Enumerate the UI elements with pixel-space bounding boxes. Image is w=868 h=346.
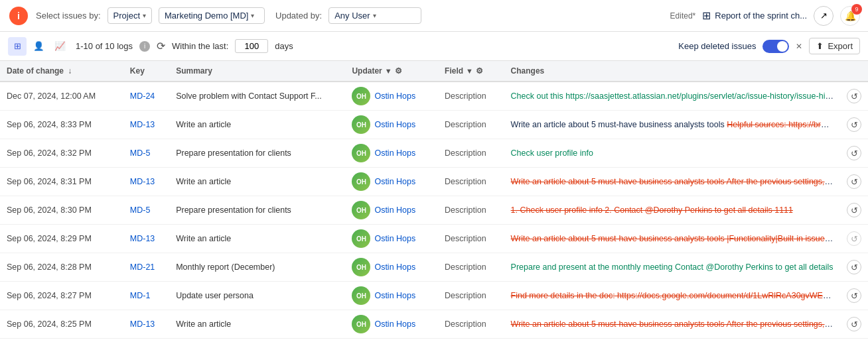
cell-updater: OHOstin Hops bbox=[345, 310, 438, 339]
project-dropdown[interactable]: Project ▾ bbox=[108, 7, 152, 24]
cell-action: ↺ bbox=[840, 282, 868, 310]
report-label: Report of the sprint ch... bbox=[715, 11, 807, 21]
notifications-button[interactable]: 🔔 9 bbox=[840, 6, 860, 26]
updater-name[interactable]: Ostin Hops bbox=[374, 148, 415, 158]
updated-by-value: Any User bbox=[334, 11, 370, 21]
cell-key[interactable]: MD-5 bbox=[123, 196, 169, 225]
svg-text:i: i bbox=[17, 11, 20, 21]
cell-summary: Monthly report (December) bbox=[169, 253, 345, 282]
cell-changes: Write an article about 5 must-have busin… bbox=[504, 168, 840, 196]
sort-down-icon[interactable]: ↓ bbox=[68, 66, 72, 76]
table-row: Sep 06, 2024, 8:27 PMMD-1Update user per… bbox=[0, 282, 868, 310]
share-button[interactable]: ↗ bbox=[814, 6, 833, 26]
keep-deleted-label: Keep deleted issues bbox=[678, 41, 756, 51]
updater-name[interactable]: Ostin Hops bbox=[374, 291, 415, 300]
within-label: Within the last: bbox=[172, 41, 228, 51]
cell-summary: Update user persona bbox=[169, 282, 345, 310]
avatar: OH bbox=[352, 229, 370, 248]
updated-by-chevron-icon: ▾ bbox=[373, 12, 376, 19]
chart-view-button[interactable]: 📈 bbox=[50, 37, 69, 56]
toggle-thumb bbox=[777, 41, 788, 52]
cell-date: Sep 06, 2024, 8:29 PM bbox=[0, 225, 123, 253]
cell-field: Description bbox=[438, 225, 504, 253]
col-date: Date of change ↓ bbox=[0, 61, 123, 82]
cell-key[interactable]: MD-1 bbox=[123, 282, 169, 310]
col-key: Key bbox=[123, 61, 169, 82]
cell-field: Description bbox=[438, 82, 504, 111]
updater-name[interactable]: Ostin Hops bbox=[374, 319, 415, 329]
cell-action: ↺ bbox=[840, 253, 868, 282]
cell-date: Sep 06, 2024, 8:25 PM bbox=[0, 310, 123, 339]
col-date-label: Date of change bbox=[7, 66, 64, 76]
settings-icon[interactable]: ⚙ bbox=[395, 66, 402, 76]
updater-name[interactable]: Ostin Hops bbox=[374, 91, 415, 101]
cell-updater: OHOstin Hops bbox=[345, 139, 438, 168]
avatar: OH bbox=[352, 87, 370, 105]
revert-button[interactable]: ↺ bbox=[847, 231, 861, 246]
refresh-icon[interactable]: ⟳ bbox=[157, 40, 165, 52]
revert-button[interactable]: ↺ bbox=[847, 203, 861, 217]
cell-key[interactable]: MD-21 bbox=[123, 253, 169, 282]
table-row: Sep 06, 2024, 8:32 PMMD-5Prepare present… bbox=[0, 139, 868, 168]
cell-date: Sep 06, 2024, 8:30 PM bbox=[0, 196, 123, 225]
field-settings-icon[interactable]: ⚙ bbox=[476, 66, 483, 76]
keep-deleted-toggle[interactable] bbox=[762, 40, 789, 53]
project-value-dropdown[interactable]: Marketing Demo [MD] ▾ bbox=[159, 7, 265, 24]
col-field: Field ▼ ⚙ bbox=[438, 61, 504, 82]
user-view-button[interactable]: 👤 bbox=[29, 37, 48, 56]
cell-date: Sep 06, 2024, 8:28 PM bbox=[0, 253, 123, 282]
view-icons: ⊞ 👤 📈 bbox=[8, 37, 69, 56]
cell-field: Description bbox=[438, 310, 504, 339]
cell-updater: OHOstin Hops bbox=[345, 168, 438, 196]
cell-field: Description bbox=[438, 253, 504, 282]
updater-name[interactable]: Ostin Hops bbox=[374, 205, 415, 215]
cell-key[interactable]: MD-5 bbox=[123, 139, 169, 168]
field-filter-icon[interactable]: ▼ bbox=[466, 67, 473, 75]
updater-name[interactable]: Ostin Hops bbox=[374, 262, 415, 272]
cell-field: Description bbox=[438, 111, 504, 139]
col-summary: Summary bbox=[169, 61, 345, 82]
revert-button[interactable]: ↺ bbox=[847, 174, 861, 189]
col-changes: Changes bbox=[504, 61, 840, 82]
cell-action: ↺ bbox=[840, 82, 868, 111]
report-button[interactable]: ⊞ Report of the sprint ch... bbox=[702, 9, 807, 22]
cell-date: Sep 06, 2024, 8:33 PM bbox=[0, 111, 123, 139]
export-icon: ⬆ bbox=[816, 41, 824, 51]
cell-action: ↺ bbox=[840, 196, 868, 225]
updater-name[interactable]: Ostin Hops bbox=[374, 177, 415, 186]
updater-name[interactable]: Ostin Hops bbox=[374, 120, 415, 129]
cell-summary: Solve problem with Contact Support F... bbox=[169, 82, 345, 111]
revert-button[interactable]: ↺ bbox=[847, 89, 861, 103]
project-dropdown-value: Project bbox=[113, 11, 140, 21]
cell-key[interactable]: MD-13 bbox=[123, 310, 169, 339]
revert-button[interactable]: ↺ bbox=[847, 317, 861, 331]
cell-changes: Write an article about 5 must-have busin… bbox=[504, 310, 840, 339]
revert-button[interactable]: ↺ bbox=[847, 117, 861, 132]
toolbar: ⊞ 👤 📈 1-10 of 10 logs i ⟳ Within the las… bbox=[0, 32, 868, 61]
cell-changes: Check out this https://saasjettest.atlas… bbox=[504, 82, 840, 111]
cell-field: Description bbox=[438, 168, 504, 196]
cell-field: Description bbox=[438, 196, 504, 225]
cell-key[interactable]: MD-13 bbox=[123, 225, 169, 253]
cell-key[interactable]: MD-13 bbox=[123, 111, 169, 139]
cell-date: Sep 06, 2024, 8:32 PM bbox=[0, 139, 123, 168]
export-button[interactable]: ⬆ Export bbox=[809, 38, 860, 54]
cell-summary: Write an article bbox=[169, 225, 345, 253]
days-input[interactable] bbox=[235, 39, 268, 53]
cell-action: ↺ bbox=[840, 139, 868, 168]
avatar: OH bbox=[352, 286, 370, 305]
info-icon[interactable]: i bbox=[139, 41, 150, 52]
cell-key[interactable]: MD-13 bbox=[123, 168, 169, 196]
table-header: Date of change ↓ Key Summary Updater ▼ ⚙… bbox=[0, 61, 868, 82]
revert-button[interactable]: ↺ bbox=[847, 146, 861, 160]
avatar: OH bbox=[352, 115, 370, 134]
revert-button[interactable]: ↺ bbox=[847, 288, 861, 303]
filter-icon[interactable]: ▼ bbox=[385, 67, 392, 75]
cell-summary: Prepare presentation for clients bbox=[169, 139, 345, 168]
updated-by-dropdown[interactable]: Any User ▾ bbox=[328, 7, 421, 24]
header: i Select issues by: Project ▾ Marketing … bbox=[0, 0, 868, 32]
updater-name[interactable]: Ostin Hops bbox=[374, 234, 415, 243]
revert-button[interactable]: ↺ bbox=[847, 260, 861, 274]
grid-view-button[interactable]: ⊞ bbox=[8, 37, 27, 56]
cell-key[interactable]: MD-24 bbox=[123, 82, 169, 111]
